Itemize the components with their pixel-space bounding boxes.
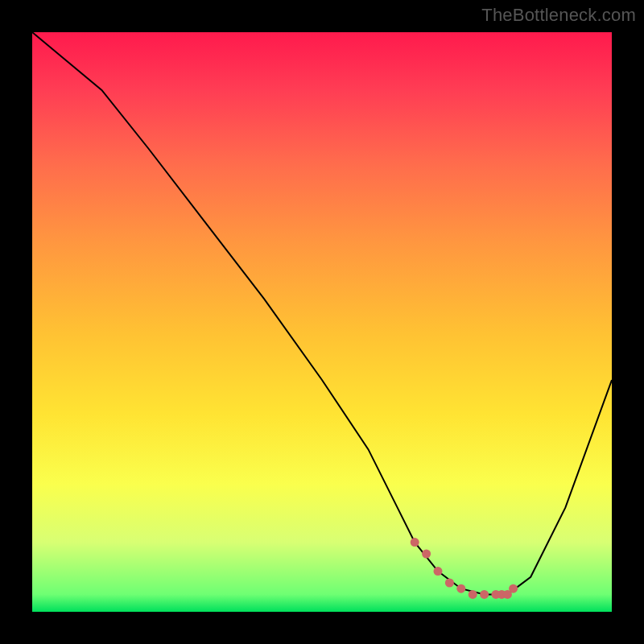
curve-path	[32, 32, 612, 594]
data-point	[445, 579, 454, 588]
data-point	[469, 590, 477, 599]
data-point	[456, 584, 465, 593]
data-point	[434, 567, 443, 576]
data-point	[411, 538, 419, 547]
plot-svg	[32, 32, 612, 612]
watermark-label: TheBottleneck.com	[481, 5, 636, 26]
data-point	[509, 584, 518, 593]
plot-area	[32, 32, 612, 612]
data-point	[480, 590, 489, 599]
chart-container: TheBottleneck.com	[0, 0, 644, 644]
data-point	[422, 550, 431, 559]
